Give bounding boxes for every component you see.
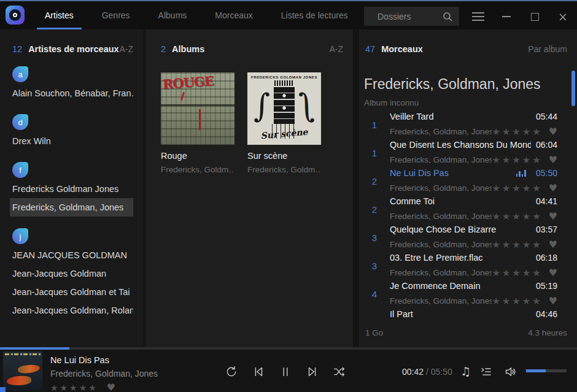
time-elapsed: 00:42 — [402, 367, 424, 377]
repeat-button[interactable] — [224, 364, 239, 379]
album-cards: ROUGE Rouge Fredericks, Goldm… FREDERICK… — [145, 54, 353, 174]
shuffle-button[interactable] — [332, 364, 347, 379]
album-card-sur-scene[interactable]: FREDERICKS GOLDMAN JONES ∫ ∫ Sur scène S… — [247, 72, 321, 174]
album-title: Sur scène — [247, 151, 321, 161]
music-note-icon[interactable]: ♫ — [460, 364, 471, 378]
tab-listes-de-lectures[interactable]: Listes de lectures — [267, 1, 362, 29]
track-duration: 06:18 — [536, 253, 557, 263]
track-number: 1 — [359, 139, 390, 167]
repeat-icon — [225, 365, 238, 379]
now-playing-artwork[interactable] — [3, 352, 42, 391]
track-row[interactable]: 2Ne Lui Dis Pas05:50Fredericks, Goldman,… — [359, 167, 577, 195]
tab-artistes[interactable]: Artistes — [31, 1, 88, 29]
track-rating-stars[interactable]: ★★★★★ — [492, 211, 542, 222]
track-love-button[interactable]: ♥ — [549, 154, 557, 166]
track-love-button[interactable]: ♥ — [549, 267, 557, 279]
artist-item[interactable]: Fredericks Goldman Jones — [10, 180, 133, 198]
close-button[interactable]: × — [549, 2, 577, 31]
now-playing-info: Ne Lui Dis Pas Fredericks, Goldman, Jone… — [50, 355, 204, 392]
artists-sort-toggle[interactable]: A-Z — [119, 44, 133, 54]
track-row[interactable]: 4Je Commence Demain05:19Fredericks, Gold… — [359, 280, 577, 308]
track-duration: 04:41 — [536, 196, 557, 206]
album-cover-sur-scene[interactable]: FREDERICKS GOLDMAN JONES ∫ ∫ Sur scène — [247, 72, 321, 145]
queue-button[interactable] — [480, 366, 492, 380]
scrollbar-thumb[interactable] — [571, 71, 575, 106]
equalizer-icon — [516, 169, 526, 177]
track-rating-stars[interactable]: ★★★★★ — [492, 183, 542, 194]
logo-dot — [13, 13, 17, 17]
track-line-2: Fredericks, Goldman, Jones★★★★★♥ — [390, 182, 557, 194]
track-title: Quelque Chose De Bizarre — [390, 225, 531, 234]
artist-item[interactable]: Drex Wiln — [10, 132, 133, 150]
cover-art-pole — [199, 109, 201, 130]
track-line-1: Quelque Chose De Bizarre03:57 — [390, 225, 557, 234]
album-card-rouge[interactable]: ROUGE Rouge Fredericks, Goldm… — [161, 72, 234, 174]
progress-bar[interactable] — [0, 347, 577, 350]
time-total: 05:50 — [431, 367, 452, 377]
track-main: Il Part04:46Fredericks, Goldman, Jones★★… — [390, 308, 557, 318]
artist-item[interactable]: Alain Souchon, Bénabar, Fran… — [10, 84, 133, 102]
album-cover-rouge[interactable]: ROUGE — [161, 72, 234, 145]
tracks-sort-toggle[interactable]: Par album — [528, 44, 567, 54]
hamburger-icon — [472, 12, 484, 21]
tracks-title: Morceaux — [381, 44, 423, 54]
track-title: Comme Toi — [390, 196, 531, 206]
track-love-button[interactable]: ♥ — [549, 182, 557, 194]
tab-genres[interactable]: Genres — [88, 1, 144, 29]
tracks-panel: 47 Morceaux Par album Fredericks, Goldma… — [359, 29, 577, 347]
artist-item[interactable]: Jean-Jacques Goldman — [10, 264, 133, 283]
track-title: Veiller Tard — [390, 112, 531, 121]
search-input[interactable]: Dossiers — [378, 12, 442, 21]
track-row[interactable]: Il Part04:46Fredericks, Goldman, Jones★★… — [359, 308, 577, 318]
playback-time: 00:42 / 05:50 — [402, 367, 452, 377]
tab-morceaux[interactable]: Morceaux — [201, 1, 266, 29]
track-row[interactable]: 2Comme Toi04:41Fredericks, Goldman, Jone… — [359, 195, 577, 223]
artist-item[interactable]: Jean-Jacques Goldman et Tai … — [10, 283, 133, 301]
track-rating-stars[interactable]: ★★★★★ — [492, 239, 542, 250]
track-love-button[interactable]: ♥ — [549, 126, 557, 137]
artist-item[interactable]: JEAN JACQUES GOLDMAN — [10, 246, 133, 264]
rating-stars[interactable]: ★★★★★ — [50, 383, 98, 392]
track-love-button[interactable]: ♥ — [549, 210, 557, 222]
letter-badge-f[interactable]: f — [12, 162, 28, 178]
search-box[interactable]: Dossiers — [364, 7, 459, 26]
track-row[interactable]: 1Que Disent Les Chansons Du Monde06:04Fr… — [359, 139, 577, 167]
track-row[interactable]: 1Veiller Tard05:44Fredericks, Goldman, J… — [359, 110, 577, 139]
track-rating-stars[interactable]: ★★★★★ — [492, 296, 542, 307]
album-artist: Fredericks, Goldm… — [161, 165, 234, 174]
track-duration: 04:46 — [536, 309, 557, 318]
tab-albums[interactable]: Albums — [144, 1, 201, 29]
track-love-button[interactable]: ♥ — [549, 239, 557, 250]
menu-button[interactable] — [464, 2, 492, 31]
track-line-1: Comme Toi04:41 — [390, 196, 557, 206]
artist-item[interactable]: Jean-Jacques Goldman, Rolan… — [10, 301, 133, 320]
progress-fill — [0, 347, 69, 350]
track-line-2: Fredericks, Goldman, Jones★★★★★♥ — [390, 267, 557, 279]
track-artist: Fredericks, Goldman, Jones — [390, 296, 492, 306]
previous-button[interactable] — [251, 364, 266, 379]
track-main: 03. Etre Le Premier.flac06:18Fredericks,… — [390, 252, 557, 280]
volume-button[interactable] — [503, 364, 518, 382]
letter-badge-d[interactable]: d — [12, 114, 28, 130]
minimize-button[interactable] — [492, 2, 521, 31]
album-group-subtitle: Album inconnu — [364, 98, 565, 107]
track-rating-stars[interactable]: ★★★★★ — [492, 267, 542, 279]
search-icon[interactable] — [442, 11, 453, 22]
app-logo-icon — [6, 6, 25, 25]
track-number: 3 — [359, 223, 390, 252]
track-rating-stars[interactable]: ★★★★★ — [492, 155, 542, 166]
track-row[interactable]: 3Quelque Chose De Bizarre03:57Fredericks… — [359, 223, 577, 252]
letter-badge-a[interactable]: a — [12, 66, 28, 82]
track-row[interactable]: 303. Etre Le Premier.flac06:18Fredericks… — [359, 252, 577, 280]
albums-sort-toggle[interactable]: A-Z — [329, 44, 343, 54]
track-line-2: Fredericks, Goldman, Jones★★★★★♥ — [390, 239, 557, 250]
maximize-button[interactable] — [521, 2, 549, 31]
track-love-button[interactable]: ♥ — [549, 295, 557, 307]
letter-badge-j[interactable]: j — [12, 228, 28, 244]
volume-slider[interactable] — [526, 369, 567, 372]
pause-button[interactable] — [278, 364, 293, 379]
artist-item[interactable]: Fredericks, Goldman, Jones — [10, 198, 133, 217]
track-rating-stars[interactable]: ★★★★★ — [492, 126, 542, 137]
love-button[interactable]: ♥ — [107, 382, 115, 392]
next-button[interactable] — [305, 364, 320, 379]
